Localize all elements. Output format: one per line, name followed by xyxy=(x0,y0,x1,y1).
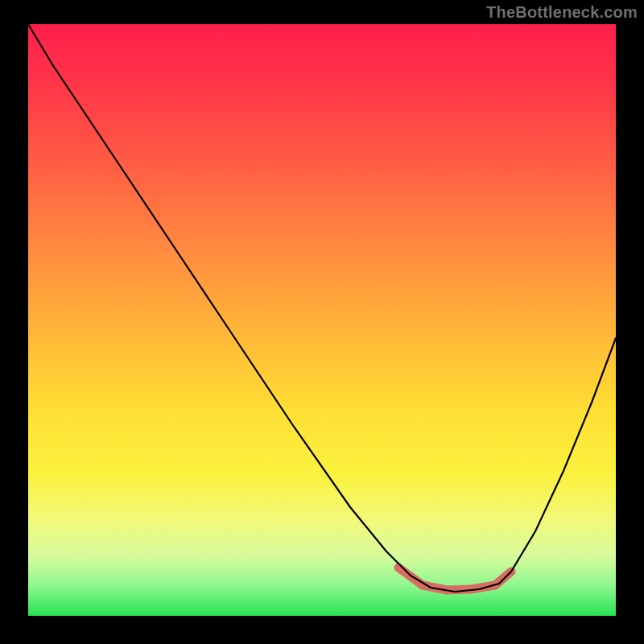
plot-area xyxy=(28,24,616,616)
watermark-text: TheBottleneck.com xyxy=(486,3,638,22)
chart-svg xyxy=(28,24,616,616)
chart-frame: TheBottleneck.com xyxy=(0,0,644,644)
bottleneck-curve xyxy=(28,24,616,592)
